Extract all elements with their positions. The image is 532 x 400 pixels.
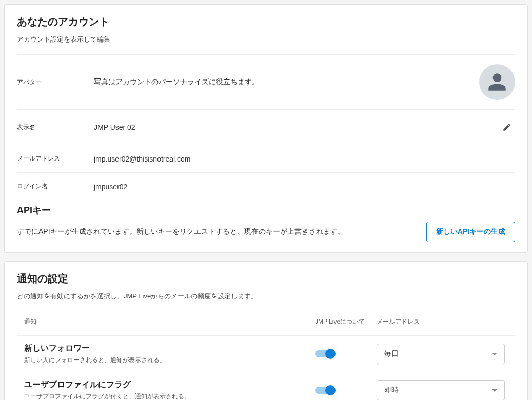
- chevron-down-icon: [492, 353, 497, 355]
- notif-flag-title: ユーザプロファイルにフラグ: [24, 379, 315, 390]
- notif-flag-desc: ユーザプロファイルにフラグが付くと、通知が表示される。: [24, 392, 315, 400]
- avatar-label: アバター: [17, 78, 94, 87]
- account-title: あなたのアカウント: [17, 15, 515, 29]
- notif-flag-frequency-value: 即時: [384, 386, 399, 395]
- api-desc: すでにAPIキーが生成されています。新しいキーをリクエストすると、現在のキーが上…: [17, 227, 418, 236]
- email-label: メールアドレス: [17, 154, 94, 163]
- chevron-down-icon: [492, 389, 497, 392]
- notif-flag-toggle[interactable]: [315, 387, 333, 394]
- pencil-icon: [502, 123, 511, 132]
- display-name-label: 表示名: [17, 123, 94, 132]
- col-email: メールアドレス: [377, 317, 515, 326]
- display-name-value: JMP User 02: [94, 123, 499, 131]
- col-jmp-live: JMP Liveについて: [315, 317, 377, 326]
- avatar-desc: 写真はアカウントのパーソナライズに役立ちます。: [94, 77, 479, 87]
- notifications-header: 通知 JMP Liveについて メールアドレス: [17, 311, 515, 335]
- avatar-action: [479, 64, 515, 100]
- row-login: ログイン名 jmpuser02: [17, 172, 515, 200]
- email-value: jmp.user02@thisisnotreal.com: [94, 155, 515, 163]
- edit-display-name-button[interactable]: [499, 119, 515, 135]
- login-value: jmpuser02: [94, 183, 515, 191]
- notif-followers-frequency-value: 毎日: [384, 349, 399, 358]
- notifications-title: 通知の設定: [17, 272, 515, 286]
- api-title: APIキー: [17, 204, 515, 216]
- api-row: すでにAPIキーが生成されています。新しいキーをリクエストすると、現在のキーが上…: [17, 222, 515, 242]
- notifications-subtitle: どの通知を有効にするかを選択し、JMP Liveからのメールの頻度を設定します。: [17, 292, 515, 301]
- notification-row-followers: 新しいフォロワー 新しい人にフォローされると、通知が表示される。 毎日: [17, 335, 515, 372]
- avatar[interactable]: [479, 64, 515, 100]
- row-avatar: アバター 写真はアカウントのパーソナライズに役立ちます。: [17, 54, 515, 109]
- generate-api-key-button[interactable]: 新しいAPIキーの生成: [426, 222, 515, 242]
- notif-followers-toggle[interactable]: [315, 350, 333, 357]
- notif-followers-title: 新しいフォロワー: [24, 343, 315, 354]
- user-icon: [487, 72, 507, 92]
- account-subtitle: アカウント設定を表示して編集: [17, 35, 515, 44]
- row-display-name: 表示名 JMP User 02: [17, 109, 515, 145]
- notif-followers-desc: 新しい人にフォローされると、通知が表示される。: [24, 356, 315, 365]
- account-card: あなたのアカウント アカウント設定を表示して編集 アバター 写真はアカウントのパ…: [4, 4, 528, 253]
- notification-row-profile-flag: ユーザプロファイルにフラグ ユーザプロファイルにフラグが付くと、通知が表示される…: [17, 372, 515, 400]
- notifications-card: 通知の設定 どの通知を有効にするかを選択し、JMP Liveからのメールの頻度を…: [4, 261, 528, 400]
- notif-followers-frequency-select[interactable]: 毎日: [377, 344, 505, 364]
- notif-flag-frequency-select[interactable]: 即時: [377, 380, 505, 400]
- col-notification: 通知: [17, 317, 315, 326]
- login-label: ログイン名: [17, 182, 94, 191]
- row-email: メールアドレス jmp.user02@thisisnotreal.com: [17, 145, 515, 172]
